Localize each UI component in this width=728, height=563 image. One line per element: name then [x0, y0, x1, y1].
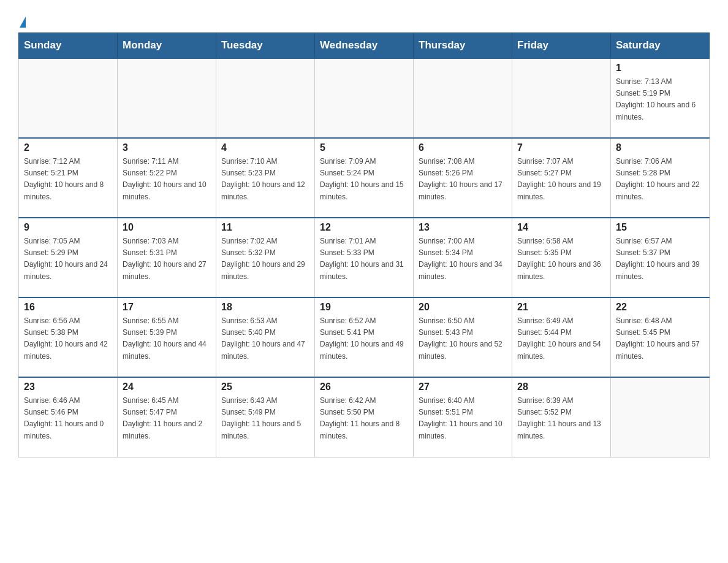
- calendar-cell: 23Sunrise: 6:46 AMSunset: 5:46 PMDayligh…: [19, 377, 118, 457]
- column-header-saturday: Saturday: [611, 33, 710, 59]
- calendar-cell: 6Sunrise: 7:08 AMSunset: 5:26 PMDaylight…: [414, 138, 512, 218]
- day-number: 19: [320, 302, 408, 313]
- calendar-cell: 19Sunrise: 6:52 AMSunset: 5:41 PMDayligh…: [315, 297, 414, 377]
- day-number: 13: [419, 222, 507, 233]
- calendar-table: SundayMondayTuesdayWednesdayThursdayFrid…: [18, 33, 710, 458]
- calendar-cell: [414, 58, 512, 138]
- day-info: Sunrise: 7:02 AMSunset: 5:32 PMDaylight:…: [221, 236, 309, 283]
- day-number: 6: [419, 142, 507, 153]
- week-row-5: 23Sunrise: 6:46 AMSunset: 5:46 PMDayligh…: [19, 377, 710, 457]
- column-header-thursday: Thursday: [414, 33, 512, 59]
- calendar-cell: [611, 377, 710, 457]
- calendar-cell: 22Sunrise: 6:48 AMSunset: 5:45 PMDayligh…: [611, 297, 710, 377]
- calendar-cell: 24Sunrise: 6:45 AMSunset: 5:47 PMDayligh…: [118, 377, 216, 457]
- column-header-sunday: Sunday: [19, 33, 118, 59]
- week-row-1: 1Sunrise: 7:13 AMSunset: 5:19 PMDaylight…: [19, 58, 710, 138]
- day-number: 15: [616, 222, 704, 233]
- day-info: Sunrise: 6:55 AMSunset: 5:39 PMDaylight:…: [123, 315, 211, 362]
- day-info: Sunrise: 6:56 AMSunset: 5:38 PMDaylight:…: [24, 315, 112, 362]
- day-info: Sunrise: 6:40 AMSunset: 5:51 PMDaylight:…: [419, 395, 507, 442]
- day-info: Sunrise: 6:46 AMSunset: 5:46 PMDaylight:…: [24, 395, 112, 442]
- day-number: 22: [616, 302, 704, 313]
- day-info: Sunrise: 6:53 AMSunset: 5:40 PMDaylight:…: [221, 315, 309, 362]
- logo: [18, 12, 26, 26]
- calendar-cell: [118, 58, 216, 138]
- day-number: 18: [221, 302, 309, 313]
- day-number: 24: [123, 381, 211, 393]
- day-number: 27: [419, 381, 507, 393]
- day-info: Sunrise: 6:49 AMSunset: 5:44 PMDaylight:…: [517, 315, 605, 362]
- day-number: 5: [320, 142, 408, 153]
- day-number: 20: [419, 302, 507, 313]
- day-info: Sunrise: 7:11 AMSunset: 5:22 PMDaylight:…: [123, 156, 211, 203]
- logo-triangle-icon: [20, 17, 26, 28]
- calendar-cell: 8Sunrise: 7:06 AMSunset: 5:28 PMDaylight…: [611, 138, 710, 218]
- calendar-cell: 5Sunrise: 7:09 AMSunset: 5:24 PMDaylight…: [315, 138, 414, 218]
- day-number: 25: [221, 381, 309, 393]
- calendar-cell: 18Sunrise: 6:53 AMSunset: 5:40 PMDayligh…: [216, 297, 315, 377]
- calendar-cell: [512, 58, 611, 138]
- day-info: Sunrise: 7:08 AMSunset: 5:26 PMDaylight:…: [419, 156, 507, 203]
- day-number: 7: [517, 142, 605, 153]
- calendar-cell: 21Sunrise: 6:49 AMSunset: 5:44 PMDayligh…: [512, 297, 611, 377]
- day-number: 14: [517, 222, 605, 233]
- day-info: Sunrise: 7:01 AMSunset: 5:33 PMDaylight:…: [320, 236, 408, 283]
- day-info: Sunrise: 7:09 AMSunset: 5:24 PMDaylight:…: [320, 156, 408, 203]
- calendar-cell: 13Sunrise: 7:00 AMSunset: 5:34 PMDayligh…: [414, 218, 512, 297]
- day-info: Sunrise: 6:42 AMSunset: 5:50 PMDaylight:…: [320, 395, 408, 442]
- day-info: Sunrise: 6:48 AMSunset: 5:45 PMDaylight:…: [616, 315, 704, 362]
- column-header-tuesday: Tuesday: [216, 33, 315, 59]
- day-number: 4: [221, 142, 309, 153]
- calendar-cell: 3Sunrise: 7:11 AMSunset: 5:22 PMDaylight…: [118, 138, 216, 218]
- day-info: Sunrise: 6:45 AMSunset: 5:47 PMDaylight:…: [123, 395, 211, 442]
- calendar-cell: [216, 58, 315, 138]
- calendar-header-row: SundayMondayTuesdayWednesdayThursdayFrid…: [19, 33, 710, 59]
- day-info: Sunrise: 7:03 AMSunset: 5:31 PMDaylight:…: [123, 236, 211, 283]
- day-info: Sunrise: 6:43 AMSunset: 5:49 PMDaylight:…: [221, 395, 309, 442]
- calendar-cell: 1Sunrise: 7:13 AMSunset: 5:19 PMDaylight…: [611, 58, 710, 138]
- calendar-cell: 9Sunrise: 7:05 AMSunset: 5:29 PMDaylight…: [19, 218, 118, 297]
- week-row-4: 16Sunrise: 6:56 AMSunset: 5:38 PMDayligh…: [19, 297, 710, 377]
- day-number: 26: [320, 381, 408, 393]
- day-number: 1: [616, 63, 704, 74]
- week-row-2: 2Sunrise: 7:12 AMSunset: 5:21 PMDaylight…: [19, 138, 710, 218]
- calendar-cell: 25Sunrise: 6:43 AMSunset: 5:49 PMDayligh…: [216, 377, 315, 457]
- day-number: 11: [221, 222, 309, 233]
- day-number: 28: [517, 381, 605, 393]
- day-info: Sunrise: 7:13 AMSunset: 5:19 PMDaylight:…: [616, 76, 704, 123]
- column-header-monday: Monday: [118, 33, 216, 59]
- calendar-cell: 26Sunrise: 6:42 AMSunset: 5:50 PMDayligh…: [315, 377, 414, 457]
- calendar-cell: 12Sunrise: 7:01 AMSunset: 5:33 PMDayligh…: [315, 218, 414, 297]
- day-number: 21: [517, 302, 605, 313]
- calendar-cell: 16Sunrise: 6:56 AMSunset: 5:38 PMDayligh…: [19, 297, 118, 377]
- day-info: Sunrise: 6:57 AMSunset: 5:37 PMDaylight:…: [616, 236, 704, 283]
- calendar-cell: [315, 58, 414, 138]
- calendar-cell: 11Sunrise: 7:02 AMSunset: 5:32 PMDayligh…: [216, 218, 315, 297]
- day-info: Sunrise: 7:12 AMSunset: 5:21 PMDaylight:…: [24, 156, 112, 203]
- day-number: 2: [24, 142, 112, 153]
- column-header-wednesday: Wednesday: [315, 33, 414, 59]
- calendar-cell: 20Sunrise: 6:50 AMSunset: 5:43 PMDayligh…: [414, 297, 512, 377]
- calendar-cell: 7Sunrise: 7:07 AMSunset: 5:27 PMDaylight…: [512, 138, 611, 218]
- day-number: 17: [123, 302, 211, 313]
- calendar-cell: 17Sunrise: 6:55 AMSunset: 5:39 PMDayligh…: [118, 297, 216, 377]
- calendar-cell: 2Sunrise: 7:12 AMSunset: 5:21 PMDaylight…: [19, 138, 118, 218]
- day-number: 8: [616, 142, 704, 153]
- day-info: Sunrise: 7:07 AMSunset: 5:27 PMDaylight:…: [517, 156, 605, 203]
- day-info: Sunrise: 7:10 AMSunset: 5:23 PMDaylight:…: [221, 156, 309, 203]
- day-number: 12: [320, 222, 408, 233]
- day-info: Sunrise: 6:50 AMSunset: 5:43 PMDaylight:…: [419, 315, 507, 362]
- day-info: Sunrise: 6:58 AMSunset: 5:35 PMDaylight:…: [517, 236, 605, 283]
- day-info: Sunrise: 6:52 AMSunset: 5:41 PMDaylight:…: [320, 315, 408, 362]
- calendar-cell: 27Sunrise: 6:40 AMSunset: 5:51 PMDayligh…: [414, 377, 512, 457]
- calendar-cell: 4Sunrise: 7:10 AMSunset: 5:23 PMDaylight…: [216, 138, 315, 218]
- day-info: Sunrise: 7:05 AMSunset: 5:29 PMDaylight:…: [24, 236, 112, 283]
- calendar-cell: 15Sunrise: 6:57 AMSunset: 5:37 PMDayligh…: [611, 218, 710, 297]
- day-number: 16: [24, 302, 112, 313]
- week-row-3: 9Sunrise: 7:05 AMSunset: 5:29 PMDaylight…: [19, 218, 710, 297]
- calendar-cell: 28Sunrise: 6:39 AMSunset: 5:52 PMDayligh…: [512, 377, 611, 457]
- calendar-cell: 10Sunrise: 7:03 AMSunset: 5:31 PMDayligh…: [118, 218, 216, 297]
- day-number: 23: [24, 381, 112, 393]
- day-info: Sunrise: 7:00 AMSunset: 5:34 PMDaylight:…: [419, 236, 507, 283]
- calendar-cell: 14Sunrise: 6:58 AMSunset: 5:35 PMDayligh…: [512, 218, 611, 297]
